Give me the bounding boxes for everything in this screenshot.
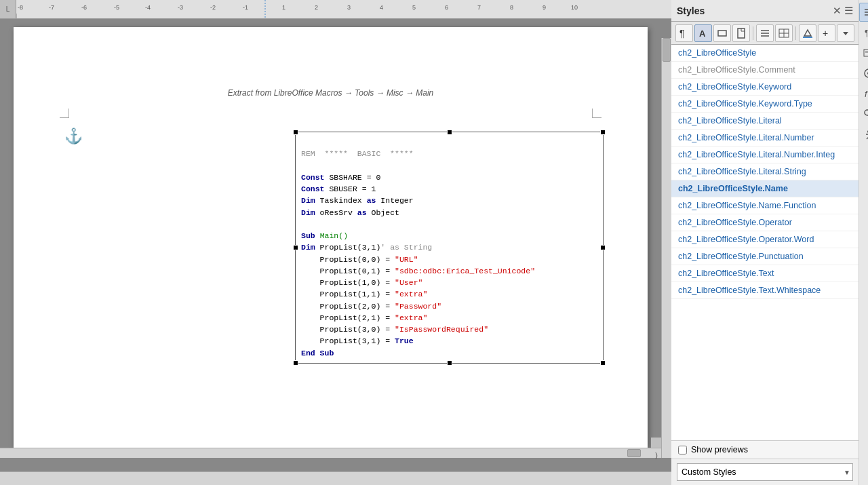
style-item[interactable]: ch2_LibreOfficeStyle.Literal.String xyxy=(671,163,859,180)
styles-panel: Styles ✕ ☰ ¶ A xyxy=(671,0,868,485)
frame-styles-button[interactable] xyxy=(713,24,731,42)
style-item[interactable]: ch2_LibreOfficeStyle.Literal.Number xyxy=(671,130,859,147)
functions-icon: f xyxy=(863,88,869,99)
horizontal-scrollbar[interactable] xyxy=(0,448,661,458)
style-item[interactable]: ch2_LibreOfficeStyle.Operator xyxy=(671,214,859,231)
custom-styles-select[interactable]: Custom Styles All Styles Applied Styles … xyxy=(677,463,853,481)
svg-text:-4: -4 xyxy=(145,4,151,11)
character-styles-button[interactable]: A xyxy=(694,24,712,42)
styles-dropdown-button[interactable] xyxy=(837,24,854,42)
svg-text:f: f xyxy=(865,89,868,99)
style-item[interactable]: ch2_LibreOfficeStyle.Keyword xyxy=(671,79,859,96)
svg-text:-2: -2 xyxy=(210,4,216,11)
anchor-icon[interactable]: ⚓ xyxy=(64,128,83,145)
styles-close-button[interactable]: ✕ xyxy=(833,5,842,17)
show-previews-checkbox[interactable] xyxy=(678,446,687,454)
svg-text:7: 7 xyxy=(477,4,481,11)
style-item[interactable]: ch2_LibreOfficeStyle.Name.Function xyxy=(671,197,859,214)
style-item[interactable]: ch2_LibreOfficeStyle.Comment xyxy=(671,62,859,79)
svg-text:-6: -6 xyxy=(81,4,87,11)
svg-text:8: 8 xyxy=(510,4,513,11)
fill-format-button[interactable] xyxy=(799,24,816,42)
svg-text:6: 6 xyxy=(445,4,448,11)
table-icon xyxy=(778,28,789,39)
svg-text:+: + xyxy=(823,28,828,39)
handle-middle-left[interactable] xyxy=(293,245,298,250)
custom-styles-row: Custom Styles All Styles Applied Styles … xyxy=(671,459,859,485)
ruler: L -8 -7 -6 -5 -4 -3 -2 -1 1 2 3 4 5 6 7 … xyxy=(0,0,671,19)
list-icon xyxy=(760,28,770,39)
page-styles-button[interactable] xyxy=(732,24,750,42)
find-replace-icon xyxy=(863,109,869,119)
svg-text:-7: -7 xyxy=(49,4,54,11)
styles-toolbar: ¶ A xyxy=(671,22,859,45)
styles-menu-button[interactable]: ☰ xyxy=(844,5,853,17)
style-item[interactable]: ch2_LibreOfficeStyle.Keyword.Type xyxy=(671,96,859,113)
svg-text:4: 4 xyxy=(380,4,383,11)
show-previews-row: Show previews xyxy=(671,440,859,459)
extract-label: Extract from LibreOffice Macros → Tools … xyxy=(228,88,434,98)
svg-text:3: 3 xyxy=(347,4,351,11)
page-icon xyxy=(736,28,747,39)
style-item[interactable]: ch2_LibreOfficeStyle.Text xyxy=(671,265,859,282)
svg-text:1: 1 xyxy=(282,4,285,11)
handle-bottom-left[interactable] xyxy=(293,360,298,366)
svg-point-43 xyxy=(865,110,869,115)
properties-icon xyxy=(863,7,869,18)
page-end-marker: ) xyxy=(655,451,658,459)
styles-panel-title: Styles xyxy=(677,5,705,16)
handle-middle-right[interactable] xyxy=(600,245,606,250)
find-replace-icon-button[interactable] xyxy=(859,104,869,123)
accessibility-icon xyxy=(863,129,869,140)
style-item-selected[interactable]: ch2_LibreOfficeStyle.Name xyxy=(671,180,859,197)
svg-text:9: 9 xyxy=(542,4,546,11)
gallery-icon-button[interactable] xyxy=(859,43,869,62)
code-frame[interactable]: REM ***** BASIC ***** Const SBSHARE = 0 … xyxy=(295,132,604,364)
styles-icon-button[interactable]: ¶ xyxy=(859,23,869,42)
svg-text:-1: -1 xyxy=(243,4,248,11)
handle-top-left[interactable] xyxy=(293,130,298,135)
toolbar-separator-1 xyxy=(753,26,753,40)
handle-bottom-right[interactable] xyxy=(600,360,606,366)
styles-panel-header: Styles ✕ ☰ xyxy=(671,0,859,22)
svg-text:-5: -5 xyxy=(114,4,119,11)
handle-bottom-center[interactable] xyxy=(447,360,452,366)
vertical-scrollbar[interactable] xyxy=(661,38,671,458)
styles-list[interactable]: ch2_LibreOfficeStyle ch2_LibreOfficeStyl… xyxy=(671,45,859,440)
svg-rect-22 xyxy=(718,31,726,36)
style-item[interactable]: ch2_LibreOfficeStyle xyxy=(671,45,859,62)
svg-rect-38 xyxy=(865,51,868,53)
v-scroll-thumb[interactable] xyxy=(663,38,671,62)
svg-text:A: A xyxy=(699,28,706,39)
navigator-icon-button[interactable] xyxy=(859,64,869,83)
properties-icon-button[interactable] xyxy=(859,3,869,22)
style-item[interactable]: ch2_LibreOfficeStyle.Punctuation xyxy=(671,248,859,265)
style-item[interactable]: ch2_LibreOfficeStyle.Operator.Word xyxy=(671,231,859,248)
svg-text:10: 10 xyxy=(571,4,578,11)
custom-styles-dropdown-wrapper: Custom Styles All Styles Applied Styles … xyxy=(677,463,853,481)
show-previews-label[interactable]: Show previews xyxy=(691,445,748,454)
style-item[interactable]: ch2_LibreOfficeStyle.Text.Whitespace xyxy=(671,282,859,299)
svg-text:2: 2 xyxy=(315,4,318,11)
paragraph-styles-button[interactable]: ¶ xyxy=(675,24,693,42)
ruler-tab: L xyxy=(0,0,16,18)
list-styles-button[interactable] xyxy=(756,24,774,42)
new-style-button[interactable]: + xyxy=(818,24,835,42)
functions-icon-button[interactable]: f xyxy=(859,84,869,103)
scroll-corner xyxy=(651,438,661,448)
handle-top-right[interactable] xyxy=(600,130,606,135)
accessibility-icon-button[interactable] xyxy=(859,125,869,144)
navigator-icon xyxy=(863,68,869,79)
style-item[interactable]: ch2_LibreOfficeStyle.Literal xyxy=(671,113,859,130)
handle-top-center[interactable] xyxy=(447,130,452,135)
style-item[interactable]: ch2_LibreOfficeStyle.Literal.Number.Inte… xyxy=(671,147,859,163)
h-scroll-thumb[interactable] xyxy=(627,449,641,457)
svg-text:5: 5 xyxy=(412,4,416,11)
svg-marker-32 xyxy=(843,32,848,35)
table-styles-button[interactable] xyxy=(775,24,793,42)
paragraph-icon: ¶ xyxy=(679,28,690,39)
styles-icon: ¶ xyxy=(863,27,869,38)
svg-text:-3: -3 xyxy=(178,4,183,11)
gallery-icon xyxy=(863,47,869,58)
statusbar xyxy=(0,471,671,485)
